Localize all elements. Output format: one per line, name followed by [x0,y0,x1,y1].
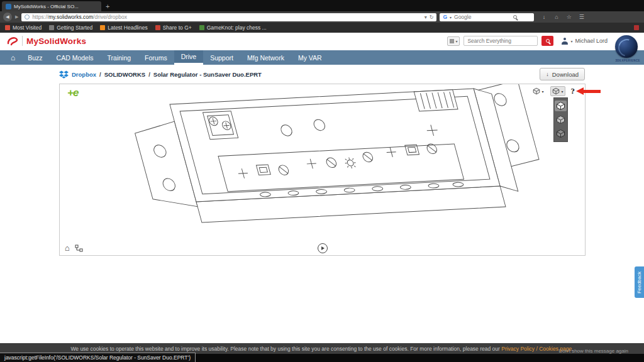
bookmark-icon [49,25,54,30]
user-avatar-icon [561,38,568,45]
browser-toolbar: ◀ ▶ https://my.solidworks.com/drive/drop… [0,11,644,23]
display-mode-wireframe[interactable] [555,128,567,139]
search-engine-caret-icon[interactable]: ▾ [450,15,452,19]
display-mode-shaded-edges[interactable] [555,101,567,111]
bookmark-overflow[interactable] [634,25,639,30]
display-mode-button[interactable]: ▾ [550,86,565,96]
gplus-icon [155,25,160,30]
bookmark-most-visited[interactable]: Most Visited [5,25,42,31]
bookmark-star-icon[interactable]: ☆ [564,13,574,21]
download-icon: ↓ [546,71,549,77]
chevron-down-icon: ▾ [570,39,572,43]
menu-icon[interactable]: ☰ [576,13,587,21]
site-header: MySolidWorks ▾ ▾ Michael Lord [0,33,644,50]
user-menu[interactable]: ▾ Michael Lord [561,38,608,45]
bookmark-gameknot[interactable]: GameKnot: play chess ... [199,25,267,31]
bookmark-share-gplus[interactable]: Share to G+ [155,25,192,31]
play-icon [321,246,325,250]
new-tab-button[interactable]: + [101,1,114,11]
breadcrumb-separator: / [148,71,150,78]
toolbar-buttons: ↓ ⌂ ☆ ☰ [538,13,587,21]
3dexperience-label: 3DEXPERIENCE [615,59,640,62]
cookie-message: We use cookies to operate this website a… [70,346,573,352]
help-button[interactable]: ? [571,86,575,96]
url-dropdown-icon[interactable]: ▾ [425,14,427,20]
cube-icon [533,87,540,95]
url-bar[interactable]: https://my.solidworks.com/drive/dropbox … [21,13,436,21]
breadcrumb-folder[interactable]: SOLIDWORKS [104,71,145,78]
play-button[interactable] [318,243,328,253]
nav-item-support[interactable]: Support [203,50,240,65]
cube-icon [556,101,565,111]
url-text: https://my.solidworks.com/drive/dropbox [32,14,127,20]
edrawings-logo: +e [67,87,78,99]
viewer-toolbar: ▾ ▾ ? [531,86,575,96]
brand-divider [22,36,23,46]
search-engine-icon[interactable]: G [443,14,447,20]
download-button[interactable]: ↓ Download [540,68,585,80]
nav-item-my-var[interactable]: My VAR [291,50,329,65]
site-search-button[interactable] [541,36,553,46]
reload-icon[interactable]: ↻ [430,14,434,20]
browser-search-box[interactable]: G ▾ [440,13,534,21]
brand[interactable]: MySolidWorks [6,35,86,47]
nav-item-mfg-network[interactable]: Mfg Network [240,50,291,65]
viewer-bottom-left-tools: ⌂ [65,244,83,252]
browser-tab[interactable]: MySolidWorks - Official SO... [2,1,101,11]
tab-strip: MySolidWorks - Official SO... + [0,0,644,11]
breadcrumb: Dropbox / SOLIDWORKS / Solar Regulator -… [59,67,586,82]
forward-button[interactable]: ▶ [15,14,18,19]
dropbox-icon [59,70,69,79]
user-name: Michael Lord [575,38,608,44]
edrawings-viewer[interactable]: +e ▾ ▾ ? [59,84,586,256]
tab-favicon-icon [6,4,11,9]
component-tree-icon[interactable] [75,244,83,252]
brand-name: MySolidWorks [26,36,86,46]
site-identity-icon[interactable] [25,14,30,19]
cookie-dismiss-link[interactable]: Don't show this message again [559,348,628,354]
nav-item-training[interactable]: Training [101,50,138,65]
model-drawing[interactable] [60,84,585,255]
browser-window: MySolidWorks - Official SO... + ◀ ▶ http… [0,0,644,362]
site-search-input[interactable] [464,36,538,46]
back-button[interactable]: ◀ [3,13,12,21]
display-mode-palette [553,97,568,142]
bookmark-icon [5,25,10,30]
chess-icon [199,25,204,30]
chevron-down-icon: ▾ [455,39,457,43]
nav-item-forums[interactable]: Forums [138,50,174,65]
home-view-icon[interactable]: ⌂ [65,244,70,252]
chevron-down-icon: ▾ [541,89,543,94]
bookmark-latest-headlines[interactable]: Latest Headlines [100,25,147,31]
view-orientation-button[interactable]: ▾ [531,87,545,96]
solidworks-logo-icon [6,35,18,47]
bookmark-getting-started[interactable]: Getting Started [49,25,92,31]
apps-grid-icon [450,39,454,43]
3dexperience-logo-icon[interactable] [615,35,638,58]
breadcrumb-separator: / [99,71,101,78]
cube-icon [552,87,560,95]
apps-menu-button[interactable]: ▾ [447,36,460,46]
search-icon [546,39,550,43]
arrow-shaft [583,90,601,93]
feed-icon [100,25,105,30]
chevron-down-icon: ▾ [561,89,563,94]
home-icon[interactable]: ⌂ [551,13,562,21]
search-icon[interactable] [513,15,517,19]
browser-search-input[interactable] [454,14,511,20]
header-right-cluster: ▾ ▾ Michael Lord [447,36,608,46]
bookmark-icon [634,25,639,30]
nav-item-buzz[interactable]: Buzz [21,50,49,65]
downloads-icon[interactable]: ↓ [538,13,549,21]
display-mode-shaded[interactable] [555,114,567,125]
feedback-tab[interactable]: Feedback [635,266,644,298]
cube-icon [556,115,565,124]
breadcrumb-dropbox[interactable]: Dropbox [72,71,96,78]
nav-home-icon[interactable]: ⌂ [5,50,21,65]
nav-item-cad-models[interactable]: CAD Models [50,50,101,65]
main-navigation: ⌂ Buzz CAD Models Training Forums Drive … [0,50,644,65]
bookmarks-bar: Most Visited Getting Started Latest Head… [0,23,644,33]
feedback-label: Feedback [636,271,642,293]
tab-title: MySolidWorks - Official SO... [14,4,79,9]
nav-item-drive[interactable]: Drive [174,50,204,65]
